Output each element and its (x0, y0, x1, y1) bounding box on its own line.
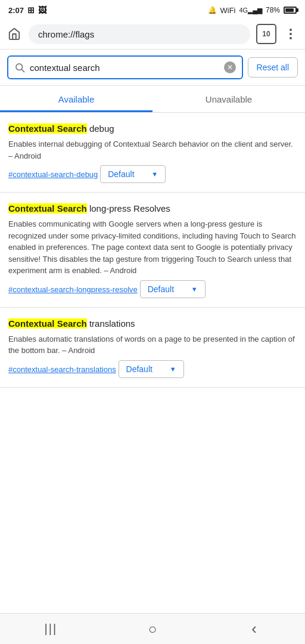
back-button[interactable]: ‹ (236, 617, 272, 641)
flag-title-debug: Contextual Search debug (8, 122, 297, 135)
flag-desc-2: Enables communicating with Google server… (8, 218, 297, 277)
battery-icon (284, 7, 297, 14)
clear-button[interactable]: ✕ (224, 61, 236, 73)
svg-line-1 (21, 69, 24, 72)
tabs-row: Available Unavailable (0, 86, 305, 113)
dropdown-value-3: Default (126, 364, 152, 374)
dropdown-value-2: Default (148, 284, 174, 294)
flag-item-translations: Contextual Search translations Enables a… (0, 308, 305, 388)
status-bar: 2:07 ⊞ 🖼 🔔 WiFi 4G▂▄▆ 78% (0, 0, 305, 19)
wifi-icon: WiFi (220, 6, 236, 15)
bottom-nav: ||| ○ ‹ (0, 613, 305, 644)
search-area: contextual search ✕ Reset all (0, 49, 305, 86)
tab-available[interactable]: Available (0, 86, 152, 112)
dot3 (290, 37, 292, 39)
flag-title-rest-1: debug (87, 123, 114, 134)
status-right: 🔔 WiFi 4G▂▄▆ 78% (208, 6, 297, 15)
flag-highlight-2: Contextual Search (8, 203, 87, 213)
battery-percent: 78% (266, 6, 280, 14)
browser-toolbar: chrome://flags 10 (0, 19, 305, 49)
dropdown-arrow-2: ▼ (191, 286, 198, 293)
reset-all-button[interactable]: Reset all (248, 57, 298, 78)
recents-button[interactable]: ||| (33, 617, 69, 641)
tab-unavailable[interactable]: Unavailable (152, 86, 305, 112)
flag-title-longpress: Contextual Search long-press Resolves (8, 202, 297, 215)
dropdown-value-1: Default (108, 169, 134, 179)
flag-dropdown-3[interactable]: Default ▼ (119, 360, 184, 378)
alarm-icon: 🔔 (208, 6, 217, 14)
dot2 (290, 33, 292, 35)
flag-title-rest-2: long-press Resolves (87, 203, 170, 213)
flag-link-1[interactable]: #contextual-search-debug (8, 170, 98, 179)
status-left: 2:07 ⊞ 🖼 (8, 5, 46, 15)
flag-item-debug: Contextual Search debug Enables internal… (0, 113, 305, 193)
status-time: 2:07 (8, 6, 24, 15)
flag-dropdown-2[interactable]: Default ▼ (140, 280, 206, 298)
flag-link-3[interactable]: #contextual-search-translations (8, 365, 116, 374)
flag-title-translations: Contextual Search translations (8, 317, 297, 330)
address-bar[interactable]: chrome://flags (29, 24, 250, 44)
flag-highlight-1: Contextual Search (8, 123, 87, 134)
signal-icon: 4G▂▄▆ (239, 7, 262, 14)
more-button[interactable] (282, 26, 299, 42)
search-input[interactable]: contextual search (30, 63, 219, 73)
search-input-wrapper[interactable]: contextual search ✕ (7, 55, 243, 79)
grid-icon: ⊞ (27, 5, 35, 15)
flag-item-longpress: Contextual Search long-press Resolves En… (0, 193, 305, 308)
flag-title-rest-3: translations (87, 318, 135, 329)
dropdown-arrow-1: ▼ (151, 171, 158, 178)
dropdown-arrow-3: ▼ (170, 366, 176, 373)
flag-dropdown-1[interactable]: Default ▼ (100, 165, 166, 183)
flag-highlight-3: Contextual Search (8, 318, 87, 329)
search-icon (14, 62, 25, 73)
url-text: chrome://flags (38, 29, 94, 39)
flag-desc-3: Enables automatic translations of words … (8, 333, 297, 357)
flag-desc-1: Enables internal debugging of Contextual… (8, 138, 297, 162)
dot1 (290, 29, 292, 31)
gallery-icon: 🖼 (38, 5, 46, 15)
tabs-button[interactable]: 10 (256, 24, 276, 44)
home-nav-icon: ○ (148, 621, 157, 637)
recents-icon: ||| (45, 622, 58, 636)
home-button[interactable] (6, 26, 23, 42)
flag-link-2[interactable]: #contextual-search-longpress-resolve (8, 285, 138, 294)
home-nav-button[interactable]: ○ (135, 617, 170, 641)
flags-list: Contextual Search debug Enables internal… (0, 113, 305, 388)
back-icon: ‹ (251, 620, 257, 638)
